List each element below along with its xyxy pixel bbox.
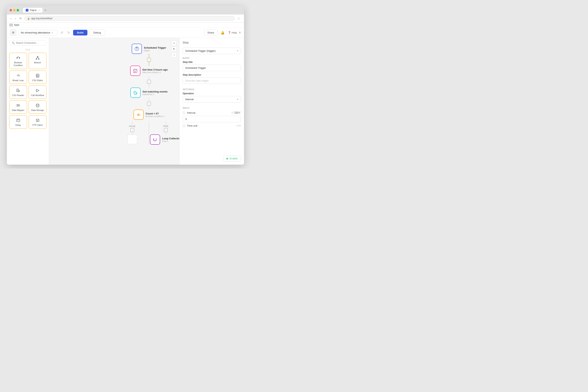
search-connectors-box[interactable]: 🔍 xyxy=(9,40,46,46)
time-unit-value-display: ℹ A▾ xyxy=(236,124,241,127)
close-button[interactable]: × xyxy=(239,30,241,35)
node-info-get-time: Get time 3 hours ago date-time-helpers-1 xyxy=(142,68,168,74)
chevron-down-val-icon: ▾ xyxy=(239,112,240,114)
connector-call-workflow[interactable]: Call Workflow xyxy=(28,86,46,99)
tab-close-icon[interactable]: × xyxy=(38,9,40,11)
ftp-client-label: FTP Client xyxy=(32,124,43,126)
step-description-label: Step description xyxy=(183,74,241,76)
undo-button[interactable]: ↺ xyxy=(60,30,64,35)
bookmark-icon[interactable]: ☆ xyxy=(236,17,241,20)
node-loop-collection[interactable]: Loop Collection loop-1 xyxy=(150,134,179,145)
csv-reader-label: CSV Reader xyxy=(12,94,24,97)
new-tab-button[interactable]: + xyxy=(43,8,48,12)
time-unit-label: Time unit xyxy=(187,124,235,127)
add-node-btn-3[interactable]: + xyxy=(147,102,151,106)
step-title-label: Step title xyxy=(183,61,241,64)
node-get-matching[interactable]: Get matching events salesforce-1 xyxy=(130,88,168,98)
node-sub-get-time: date-time-helpers-1 xyxy=(142,71,168,74)
svg-text:17: 17 xyxy=(134,71,136,73)
svg-rect-28 xyxy=(18,118,19,119)
node-sub-get-matching: salesforce-1 xyxy=(142,93,168,96)
forward-button[interactable]: › xyxy=(14,16,17,20)
back-button[interactable]: ‹ xyxy=(10,16,12,20)
delay-icon xyxy=(16,118,20,122)
add-node-btn-2[interactable]: + xyxy=(147,80,151,84)
help-button[interactable]: ❓ Help xyxy=(228,31,237,34)
node-count[interactable]: ⇌ Count > 0? boolean-condition-1 xyxy=(134,110,165,120)
main-content: 🔍 Core xyxy=(7,38,244,165)
apps-label[interactable]: Apps xyxy=(14,24,19,26)
node-info-count: Count > 0? boolean-condition-1 xyxy=(146,112,165,118)
gear-button[interactable]: ⚙ xyxy=(10,30,16,36)
step-dropdown-value: Scheduled Trigger (trigger) xyxy=(185,50,216,52)
branch-label: Branch xyxy=(34,61,41,64)
app-container: ⚙ No shows/mtg attendance ▾ ↺ ↻ Build De… xyxy=(7,28,244,165)
true-connector-bottom xyxy=(166,132,166,134)
svg-point-22 xyxy=(19,105,20,106)
csv-editor-icon xyxy=(36,74,40,78)
url-text: app.tray.io/workflow/ xyxy=(31,17,52,20)
maximize-traffic-light[interactable] xyxy=(17,9,19,11)
interval-number-input[interactable] xyxy=(183,116,241,122)
panel-title: Step xyxy=(183,41,241,44)
true-branch: TRUE + xyxy=(149,121,179,145)
node-title-get-matching: Get matching events xyxy=(142,90,168,93)
minimize-traffic-light[interactable] xyxy=(13,9,16,11)
enable-btn-bar: ▶ Enable xyxy=(183,156,241,162)
connector-csv-reader[interactable]: CSV Reader xyxy=(9,86,27,99)
workflow-select[interactable]: No shows/mtg attendance ▾ xyxy=(18,30,58,36)
traffic-lights xyxy=(10,9,19,11)
connector-data-mapper[interactable]: Data Mapper xyxy=(9,100,27,114)
time-unit-radio[interactable] xyxy=(183,124,186,127)
enable-button[interactable]: ▶ Enable xyxy=(223,156,241,162)
connector-ftp-client[interactable]: FTP Client xyxy=(28,115,46,128)
interval-row: Interval ℹ 123 ▾ xyxy=(183,111,241,114)
step-description-input[interactable] xyxy=(183,78,241,84)
svg-point-23 xyxy=(16,106,17,106)
node-title-loop-collection: Loop Collection xyxy=(162,137,179,140)
step-dropdown[interactable]: Scheduled Trigger (trigger) ▾ xyxy=(183,48,241,54)
input-section: INPUT Interval ℹ 123 ▾ xyxy=(183,107,241,129)
step-title-input[interactable] xyxy=(183,65,241,71)
connector-boolean-condition[interactable]: Boolean Condition xyxy=(9,53,27,69)
interval-badge-value: 123 xyxy=(234,112,238,114)
address-bar[interactable]: 🔒 app.tray.io/workflow/ xyxy=(24,16,234,21)
chevron-down-icon: ▾ xyxy=(52,32,53,34)
add-node-btn-1[interactable]: + xyxy=(147,58,151,62)
notification-icon[interactable]: 🔔 xyxy=(220,30,226,35)
node-info-scheduled-trigger: Scheduled Trigger trigger xyxy=(144,46,166,52)
connector-delay[interactable]: Delay xyxy=(9,115,27,128)
share-button[interactable]: Share xyxy=(204,30,218,36)
search-input[interactable] xyxy=(16,42,45,44)
connector-break-loop[interactable]: Break Loop xyxy=(9,70,27,84)
connector-csv-editor[interactable]: CSV Editor xyxy=(28,70,46,84)
operation-dropdown[interactable]: Interval ▾ xyxy=(183,96,241,102)
connector-branch[interactable]: Branch xyxy=(28,53,46,69)
debug-button[interactable]: Debug xyxy=(90,30,105,36)
connector-data-storage[interactable]: Data Storage xyxy=(28,100,46,114)
node-get-time[interactable]: 17 Get time 3 hours ago date-time-helper… xyxy=(130,66,168,76)
basic-section: BASIC Step title Step description xyxy=(183,57,241,84)
add-true-btn[interactable]: + xyxy=(164,128,168,132)
svg-rect-25 xyxy=(17,119,20,122)
svg-point-6 xyxy=(38,58,39,60)
svg-rect-9 xyxy=(36,74,39,77)
data-storage-icon xyxy=(36,103,40,108)
node-scheduled-trigger[interactable]: Scheduled Trigger trigger xyxy=(132,44,166,54)
node-box-scheduled-trigger xyxy=(132,44,142,54)
interval-badge[interactable]: 123 ▾ xyxy=(234,111,241,114)
workflow-name: No shows/mtg attendance xyxy=(21,31,50,34)
tab-bar: T Tray.io × + xyxy=(23,8,241,12)
interval-radio[interactable] xyxy=(183,111,186,114)
info-icon: ℹ xyxy=(232,111,233,114)
close-traffic-light[interactable] xyxy=(10,9,12,11)
reload-button[interactable]: ↻ xyxy=(18,16,23,20)
build-button[interactable]: Build xyxy=(73,30,88,36)
call-workflow-label: Call Workflow xyxy=(31,94,44,97)
add-false-btn[interactable]: + xyxy=(130,128,134,132)
apps-grid-icon xyxy=(10,24,13,26)
csv-editor-label: CSV Editor xyxy=(32,79,43,82)
workflow-canvas: + ↻ − xyxy=(49,38,179,165)
redo-button[interactable]: ↻ xyxy=(66,30,71,35)
active-tab[interactable]: T Tray.io × xyxy=(23,8,42,12)
